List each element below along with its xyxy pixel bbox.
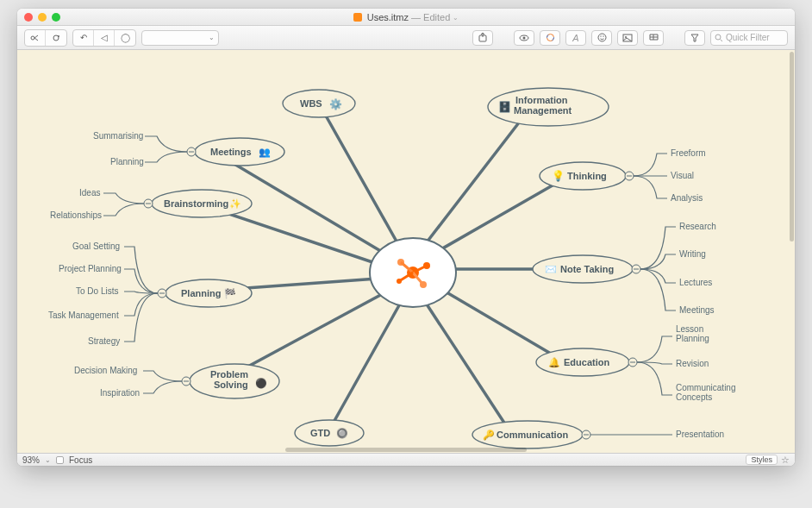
node-gtd[interactable]: GTD 🔘 [295, 420, 364, 446]
node-label: Meetings [210, 147, 252, 157]
node-meetings[interactable]: Meetings 👥 [187, 138, 284, 166]
window-title: Uses.itmz — Edited ⌄ [17, 12, 795, 22]
mindmap-view-button[interactable] [25, 30, 46, 46]
node-label: Brainstorming [164, 198, 228, 209]
node-info-mgmt[interactable]: 🗄️ InformationManagement [488, 88, 609, 126]
leaf-presentation[interactable]: Presentation [676, 430, 724, 439]
svg-point-0 [31, 36, 34, 40]
leaf-project-planning[interactable]: Project Planning [59, 264, 122, 273]
share-button[interactable] [472, 30, 493, 46]
leaf-analysis[interactable]: Analysis [671, 193, 703, 203]
leaf-writing[interactable]: Writing [679, 249, 706, 259]
titlebar[interactable]: Uses.itmz — Edited ⌄ [17, 9, 795, 26]
zoom-level[interactable]: 93% [22, 455, 40, 465]
svg-line-24 [721, 39, 723, 41]
node-label-line1: Information [515, 95, 568, 105]
leaf-ideas[interactable]: Ideas [79, 188, 100, 198]
star-icon[interactable]: ☆ [781, 455, 790, 466]
filename: Uses.itmz [367, 12, 409, 22]
leaf-lesson-l2[interactable]: Planning [676, 334, 709, 343]
node-education[interactable]: 🔔 Education [536, 348, 637, 376]
horizontal-scrollbar[interactable] [285, 448, 527, 452]
view-mode-group [24, 29, 67, 47]
bell-icon: 🔔 [548, 356, 560, 368]
branch [145, 152, 187, 162]
branch [124, 269, 158, 293]
node-label: Planning [181, 288, 221, 298]
leaf-meetings2[interactable]: Meetings [679, 305, 715, 315]
leaf-planning[interactable]: Planning [110, 157, 144, 166]
callout-button[interactable]: ◯ [115, 30, 135, 46]
filter-button[interactable] [684, 30, 705, 46]
node-thinking[interactable]: 💡 Thinking [540, 162, 634, 190]
chevron-down-icon[interactable]: ⌄ [453, 14, 459, 22]
branch [145, 136, 187, 152]
chevron-down-icon[interactable]: ⌄ [45, 456, 51, 464]
leaf-strategy[interactable]: Strategy [88, 336, 120, 346]
node-wbs[interactable]: WBS ⚙️ [283, 90, 355, 117]
leaf-relationships[interactable]: Relationships [50, 210, 102, 220]
branch [637, 362, 672, 395]
focus-checkbox[interactable] [56, 456, 64, 464]
leaf-lesson-l1[interactable]: Lesson [676, 324, 703, 334]
history-group: ↶ ◁ ◯ [72, 29, 136, 47]
color-button[interactable] [540, 30, 560, 46]
vertical-scrollbar[interactable] [790, 52, 794, 241]
leaf-inspiration[interactable]: Inspiration [100, 388, 140, 398]
disc-icon: ⚫ [255, 377, 267, 389]
leaf-revision[interactable]: Revision [676, 359, 709, 368]
outline-view-button[interactable] [46, 30, 66, 46]
key-icon: 🔑 [483, 429, 495, 441]
svg-point-8 [523, 36, 526, 39]
canvas[interactable]: WBS ⚙️ 🗄️ InformationManagement Meetings… [17, 50, 795, 453]
node-problem-solving[interactable]: ProblemSolving ⚫ [182, 364, 279, 398]
leaf-comm-l1[interactable]: Communicating [676, 383, 735, 392]
grid-button[interactable] [643, 30, 664, 46]
statusbar: 93% ⌄ Focus Styles ☆ [17, 453, 795, 466]
node-note-taking[interactable]: ✉️ Note Taking [533, 255, 640, 283]
search-input[interactable]: Quick Filter [710, 30, 788, 46]
leaf-freeform[interactable]: Freeform [671, 148, 706, 158]
leaf-todo-lists[interactable]: To Do Lists [76, 286, 118, 296]
leaf-summarising[interactable]: Summarising [93, 131, 143, 141]
styles-button[interactable]: Styles [746, 455, 778, 465]
node-label-line2: Management [514, 105, 572, 116]
spark-icon: ✨ [229, 198, 241, 210]
svg-text:LessonPlanning: LessonPlanning [676, 324, 709, 343]
node-planning[interactable]: Planning 🏁 [158, 279, 252, 307]
node-label: WBS [300, 98, 322, 109]
leaf-visual[interactable]: Visual [671, 171, 694, 180]
branch [634, 176, 667, 198]
branch [640, 269, 676, 310]
svg-point-11 [598, 34, 606, 41]
leaf-comm-l2[interactable]: Concepts [676, 392, 712, 402]
leaf-lectures[interactable]: Lectures [679, 278, 712, 287]
search-placeholder: Quick Filter [726, 33, 770, 42]
node-communication[interactable]: 🔑 Communication [472, 421, 590, 448]
leaf-research[interactable]: Research [679, 222, 716, 231]
eye-button[interactable] [514, 30, 534, 46]
leaf-decision[interactable]: Decision Making [74, 366, 137, 375]
node-brainstorming[interactable]: Brainstorming ✨ [144, 190, 252, 217]
mindmap[interactable]: WBS ⚙️ 🗄️ InformationManagement Meetings… [17, 50, 795, 453]
doc-icon [353, 13, 362, 22]
redo-button[interactable]: ◁ [94, 30, 115, 46]
svg-line-32 [428, 176, 569, 257]
branch [640, 227, 676, 269]
emoji-button[interactable] [591, 30, 612, 46]
database-icon: 🗄️ [498, 100, 511, 113]
undo-button[interactable]: ↶ [73, 30, 94, 46]
branch [637, 336, 672, 362]
node-label: Education [564, 357, 609, 367]
edited-indicator: — Edited [411, 12, 450, 22]
svg-marker-22 [691, 34, 698, 41]
style-select[interactable]: ⌄ [141, 30, 219, 46]
node-label-line1: Problem [210, 369, 248, 379]
image-button[interactable] [617, 30, 638, 46]
svg-point-13 [603, 35, 603, 36]
leaf-task-mgmt[interactable]: Task Management [48, 310, 119, 320]
bulb-icon: 💡 [552, 169, 565, 182]
leaf-goal-setting[interactable]: Goal Setting [72, 241, 120, 251]
target-icon: 🔘 [336, 427, 348, 439]
font-button[interactable]: A [565, 30, 586, 46]
